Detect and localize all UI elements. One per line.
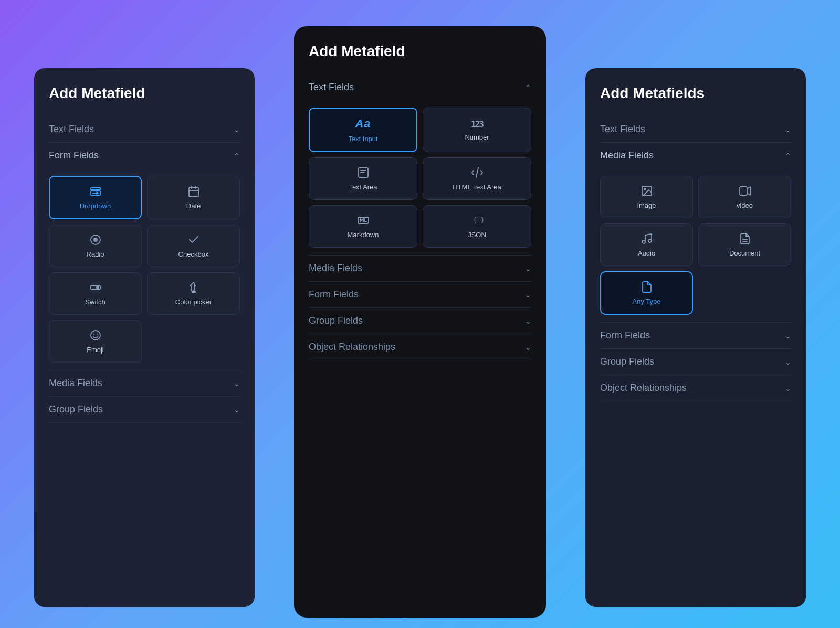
dropdown-icon [89,185,102,198]
right-group-chevron: ⌄ [785,358,791,366]
left-field-colorpicker[interactable]: Color picker [147,272,240,315]
center-group-fields-section[interactable]: Group Fields ⌄ [309,308,531,334]
radio-icon [89,233,102,246]
textarea-icon [357,166,370,179]
right-media-fields-grid: Image video Audio Document [600,168,791,322]
right-media-fields-label: Media Fields [600,150,654,161]
video-icon [739,185,751,197]
center-media-chevron: ⌄ [525,264,531,273]
left-field-radio-label: Radio [87,250,104,258]
left-card: Add Metafield Text Fields ⌄ Form Fields … [34,68,255,607]
right-field-video-label: video [737,201,753,209]
center-divider-5 [309,360,531,360]
left-field-checkbox[interactable]: Checkbox [147,225,240,267]
right-object-relationships-label: Object Relationships [600,382,687,393]
left-field-emoji[interactable]: Emoji [49,320,142,363]
right-object-relationships-section[interactable]: Object Relationships ⌄ [600,375,791,401]
textinput-icon: Aa [355,117,371,131]
center-group-chevron: ⌄ [525,317,531,325]
center-text-fields-label: Text Fields [309,82,354,93]
center-field-textarea[interactable]: Text Area [309,157,417,200]
right-form-chevron: ⌄ [785,332,791,340]
left-form-fields-label: Form Fields [49,150,99,161]
switch-icon [89,281,102,294]
left-field-emoji-label: Emoji [87,346,104,354]
anytype-icon [640,281,653,293]
date-icon [187,185,200,198]
right-form-fields-section[interactable]: Form Fields ⌄ [600,323,791,348]
svg-point-12 [91,331,100,340]
center-media-fields-section[interactable]: Media Fields ⌄ [309,256,531,281]
colorpicker-icon [187,281,200,294]
svg-rect-23 [740,187,747,195]
right-field-anytype-label: Any Type [633,297,661,305]
left-field-date-label: Date [186,202,201,210]
center-field-json[interactable]: { } JSON [423,205,531,248]
center-card-title: Add Metafield [309,43,531,60]
left-field-date[interactable]: Date [147,176,240,219]
left-field-dropdown[interactable]: Dropdown [49,176,142,219]
svg-point-13 [93,334,94,335]
right-card-title: Add Metafields [600,85,791,102]
document-icon [739,232,751,245]
center-field-number[interactable]: 123 Number [423,108,531,152]
center-object-relationships-label: Object Relationships [309,342,395,353]
svg-point-22 [644,188,646,190]
svg-rect-11 [192,291,195,293]
image-icon [640,185,653,197]
left-field-switch-label: Switch [85,298,105,306]
left-card-title: Add Metafield [49,85,240,102]
center-card: Add Metafield Text Fields ⌃ Aa Text Inpu… [294,26,546,618]
svg-text:{ }: { } [473,217,484,224]
center-field-htmltextarea[interactable]: HTML Text Area [423,157,531,200]
right-field-anytype[interactable]: Any Type [600,271,693,315]
left-group-fields-label: Group Fields [49,404,103,415]
left-field-radio[interactable]: Radio [49,225,142,267]
right-field-image[interactable]: Image [600,176,693,218]
left-form-fields-grid: Dropdown Date Radio Checkbox [49,168,240,370]
left-field-checkbox-label: Checkbox [178,250,209,258]
right-group-fields-section[interactable]: Group Fields ⌄ [600,349,791,375]
left-text-fields-label: Text Fields [49,124,94,135]
right-field-document-label: Document [729,249,760,257]
center-obj-chevron: ⌄ [525,343,531,352]
center-media-fields-label: Media Fields [309,263,362,274]
left-form-fields-section[interactable]: Form Fields ⌃ [49,143,240,168]
left-field-dropdown-label: Dropdown [80,202,111,210]
left-group-fields-chevron: ⌄ [234,406,240,414]
left-group-fields-section[interactable]: Group Fields ⌄ [49,397,240,422]
center-group-fields-label: Group Fields [309,315,363,326]
right-card: Add Metafields Text Fields ⌄ Media Field… [585,68,806,607]
svg-point-8 [93,238,98,242]
right-group-fields-label: Group Fields [600,356,654,367]
center-text-fields-grid: Aa Text Input 123 Number Text Area HTML … [309,100,531,255]
right-field-document[interactable]: Document [698,223,791,266]
right-field-image-label: Image [637,201,656,209]
center-field-number-label: Number [465,133,489,141]
right-text-fields-section[interactable]: Text Fields ⌄ [600,116,791,142]
center-form-fields-label: Form Fields [309,289,359,300]
right-media-fields-section[interactable]: Media Fields ⌃ [600,143,791,168]
center-text-fields-section[interactable]: Text Fields ⌃ [309,74,531,100]
center-form-fields-section[interactable]: Form Fields ⌄ [309,282,531,307]
left-text-fields-section[interactable]: Text Fields ⌄ [49,116,240,142]
right-text-fields-label: Text Fields [600,124,645,135]
center-field-textinput[interactable]: Aa Text Input [309,108,417,152]
svg-point-10 [96,286,99,289]
emoji-icon [89,329,102,342]
svg-point-14 [97,334,98,335]
right-field-video[interactable]: video [698,176,791,218]
center-field-htmltextarea-label: HTML Text Area [453,183,501,191]
center-field-textinput-label: Text Input [348,135,377,143]
left-text-fields-chevron: ⌄ [234,125,240,134]
svg-rect-0 [91,188,100,190]
number-icon: 123 [471,119,483,129]
json-icon: { } [471,214,484,227]
svg-rect-3 [189,187,198,197]
center-object-relationships-section[interactable]: Object Relationships ⌄ [309,334,531,360]
markdown-icon [357,214,370,227]
left-media-fields-section[interactable]: Media Fields ⌄ [49,370,240,396]
left-field-switch[interactable]: Switch [49,272,142,315]
right-field-audio[interactable]: Audio [600,223,693,266]
center-field-markdown[interactable]: Markdown [309,205,417,248]
